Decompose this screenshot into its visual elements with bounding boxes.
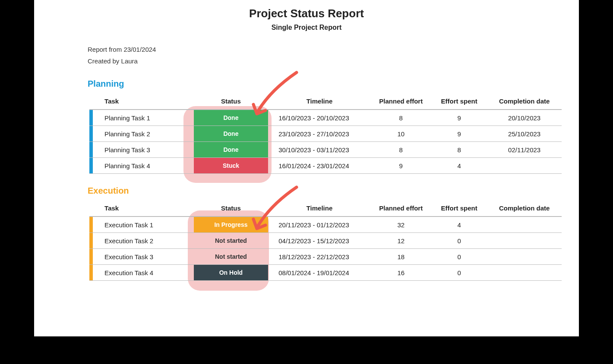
col-status: Status — [194, 200, 269, 217]
planning-tbody: Planning Task 1Done16/10/2023 - 20/10/20… — [89, 110, 562, 174]
col-completion: Completion date — [487, 93, 562, 110]
completion-date-cell — [487, 265, 562, 281]
status-cell: In Progress — [194, 217, 269, 233]
section-heading-execution: Execution — [88, 186, 579, 196]
status-badge: Done — [194, 126, 269, 141]
completion-date-cell — [487, 158, 562, 174]
planned-effort-cell: 18 — [371, 249, 431, 265]
effort-spent-cell: 4 — [431, 158, 487, 174]
page-subtitle: Single Project Report — [34, 24, 579, 31]
report-date-line: Report from 23/01/2024 — [88, 44, 579, 55]
row-marker — [89, 158, 96, 174]
timeline-cell: 20/11/2023 - 01/12/2023 — [268, 217, 370, 233]
task-cell: Execution Task 1 — [96, 217, 194, 233]
col-timeline: Timeline — [268, 200, 370, 217]
execution-table: Task Status Timeline Planned effort Effo… — [89, 200, 562, 281]
timeline-cell: 30/10/2023 - 03/11/2023 — [268, 142, 370, 158]
row-marker — [89, 126, 96, 142]
report-date: 23/01/2024 — [123, 46, 156, 53]
effort-spent-cell: 4 — [431, 217, 487, 233]
status-badge: Stuck — [194, 158, 269, 173]
report-meta: Report from 23/01/2024 Created by Laura — [88, 44, 579, 67]
section-heading-planning: Planning — [88, 79, 579, 89]
execution-tbody: Execution Task 1In Progress20/11/2023 - … — [89, 217, 562, 281]
timeline-cell: 23/10/2023 - 27/10/2023 — [268, 126, 370, 142]
status-cell: Done — [194, 142, 269, 158]
status-badge: Not started — [194, 233, 269, 248]
page: Project Status Report Single Project Rep… — [34, 0, 579, 336]
table-row: Execution Task 4On Hold08/01/2024 - 19/0… — [89, 265, 562, 281]
task-cell: Planning Task 1 — [96, 110, 194, 126]
planned-effort-cell: 12 — [371, 233, 431, 249]
col-task: Task — [96, 200, 194, 217]
table-row: Planning Task 3Done30/10/2023 - 03/11/20… — [89, 142, 562, 158]
created-by-label: Created by — [88, 57, 119, 65]
completion-date-cell — [487, 233, 562, 249]
col-spent: Effort spent — [431, 200, 487, 217]
col-completion: Completion date — [487, 200, 562, 217]
status-badge: Done — [194, 142, 269, 157]
effort-spent-cell: 0 — [431, 249, 487, 265]
report-content: Project Status Report Single Project Rep… — [34, 0, 579, 281]
status-cell: Stuck — [194, 158, 269, 174]
task-cell: Execution Task 2 — [96, 233, 194, 249]
table-row: Planning Task 1Done16/10/2023 - 20/10/20… — [89, 110, 562, 126]
table-row: Execution Task 3Not started18/12/2023 - … — [89, 249, 562, 265]
execution-table-wrap: Task Status Timeline Planned effort Effo… — [89, 200, 562, 281]
row-marker — [89, 233, 96, 249]
timeline-cell: 04/12/2023 - 15/12/2023 — [268, 233, 370, 249]
col-status: Status — [194, 93, 269, 110]
status-badge: In Progress — [194, 217, 269, 232]
task-cell: Planning Task 3 — [96, 142, 194, 158]
task-cell: Planning Task 2 — [96, 126, 194, 142]
table-header-row: Task Status Timeline Planned effort Effo… — [89, 93, 562, 110]
table-row: Execution Task 1In Progress20/11/2023 - … — [89, 217, 562, 233]
table-header-row: Task Status Timeline Planned effort Effo… — [89, 200, 562, 217]
row-marker — [89, 217, 96, 233]
completion-date-cell — [487, 249, 562, 265]
completion-date-cell — [487, 217, 562, 233]
completion-date-cell: 25/10/2023 — [487, 126, 562, 142]
table-row: Planning Task 4Stuck16/01/2024 - 23/01/2… — [89, 158, 562, 174]
page-title: Project Status Report — [34, 7, 579, 20]
task-cell: Execution Task 4 — [96, 265, 194, 281]
status-cell: Done — [194, 126, 269, 142]
timeline-cell: 16/01/2024 - 23/01/2024 — [268, 158, 370, 174]
status-cell: Not started — [194, 233, 269, 249]
status-cell: Done — [194, 110, 269, 126]
col-planned: Planned effort — [371, 200, 431, 217]
created-by-line: Created by Laura — [88, 55, 579, 67]
task-cell: Planning Task 4 — [96, 158, 194, 174]
planned-effort-cell: 10 — [371, 126, 431, 142]
status-cell: On Hold — [194, 265, 269, 281]
planned-effort-cell: 32 — [371, 217, 431, 233]
status-badge: Done — [194, 110, 269, 126]
planned-effort-cell: 16 — [371, 265, 431, 281]
effort-spent-cell: 9 — [431, 110, 487, 126]
col-spent: Effort spent — [431, 93, 487, 110]
report-from-label: Report from — [88, 46, 122, 53]
planning-table-wrap: Task Status Timeline Planned effort Effo… — [89, 93, 562, 174]
planned-effort-cell: 8 — [371, 110, 431, 126]
row-marker — [89, 265, 96, 281]
table-row: Planning Task 2Done23/10/2023 - 27/10/20… — [89, 126, 562, 142]
timeline-cell: 16/10/2023 - 20/10/2023 — [268, 110, 370, 126]
effort-spent-cell: 9 — [431, 126, 487, 142]
status-badge: On Hold — [194, 265, 269, 280]
col-planned: Planned effort — [371, 93, 431, 110]
effort-spent-cell: 0 — [431, 265, 487, 281]
planned-effort-cell: 8 — [371, 142, 431, 158]
effort-spent-cell: 8 — [431, 142, 487, 158]
col-marker — [89, 200, 96, 217]
completion-date-cell: 02/11/2023 — [487, 142, 562, 158]
created-by-value: Laura — [121, 57, 138, 65]
row-marker — [89, 142, 96, 158]
col-marker — [89, 93, 96, 110]
task-cell: Execution Task 3 — [96, 249, 194, 265]
completion-date-cell: 20/10/2023 — [487, 110, 562, 126]
col-timeline: Timeline — [268, 93, 370, 110]
planning-table: Task Status Timeline Planned effort Effo… — [89, 93, 562, 174]
col-task: Task — [96, 93, 194, 110]
row-marker — [89, 110, 96, 126]
planned-effort-cell: 9 — [371, 158, 431, 174]
